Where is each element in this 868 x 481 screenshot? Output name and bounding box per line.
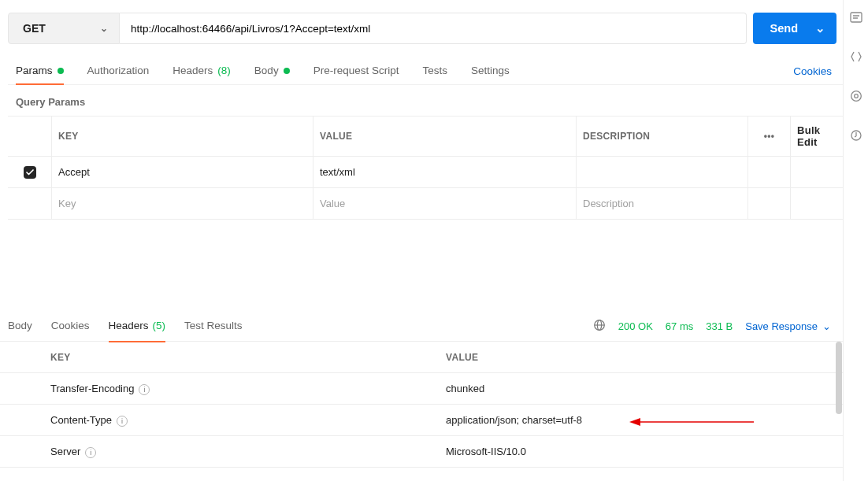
param-desc-input[interactable]: Description [577,188,748,219]
table-row-empty: Key Value Description [8,188,843,220]
col-key: KEY [52,117,313,156]
globe-icon[interactable] [593,319,606,334]
tab-headers[interactable]: Headers (8) [172,58,231,84]
response-tab-headers[interactable]: Headers (5) [109,312,166,342]
tab-tests[interactable]: Tests [422,58,447,84]
header-key-cell: Transfer-Encodingi [44,375,440,403]
svg-point-5 [851,91,862,102]
query-params-title: Query Params [8,85,843,116]
table-row: Content-Typei application/json; charset=… [0,405,844,436]
tab-authorization[interactable]: Authorization [87,58,150,84]
col-description: DESCRIPTION [577,117,748,156]
status-dot-icon [284,68,290,74]
scrollbar-thumb[interactable] [836,342,842,414]
query-params-table: KEY VALUE DESCRIPTION ••• Bulk Edit Acce… [8,116,843,220]
svg-point-6 [855,94,859,98]
info-icon[interactable]: i [117,416,128,427]
info-icon[interactable]: i [139,384,150,395]
svg-rect-4 [851,13,862,22]
table-row: Transfer-Encodingi chunked [0,373,844,405]
sidebar-icon[interactable] [849,89,863,106]
table-header-row: KEY VALUE DESCRIPTION ••• Bulk Edit [8,117,843,157]
chevron-down-icon[interactable]: ⌄ [815,22,825,35]
table-row: Accept text/xml [8,157,843,188]
header-key-cell: Content-Typei [44,406,440,435]
url-input[interactable] [120,13,747,44]
response-tab-cookies[interactable]: Cookies [51,312,90,342]
table-header-row: KEY VALUE [0,342,844,373]
status-code: 200 OK [618,320,653,332]
param-desc-cell[interactable] [577,157,748,187]
sidebar-icon[interactable] [849,128,863,146]
param-value-input[interactable]: Value [313,188,577,219]
status-time: 67 ms [666,320,693,332]
param-key-input[interactable]: Key [52,188,313,219]
header-value-cell: chunked [440,375,844,402]
sidebar-icon[interactable] [849,10,863,28]
method-label: GET [23,22,46,35]
col-value: VALUE [440,344,844,371]
info-icon[interactable]: i [85,447,96,458]
cookies-link[interactable]: Cookies [793,65,836,77]
sidebar-icon[interactable] [849,50,863,67]
header-value-cell: application/json; charset=utf-8 [440,406,844,434]
col-value: VALUE [313,117,577,156]
param-value-cell[interactable]: text/xml [313,157,577,187]
response-tab-testresults[interactable]: Test Results [184,312,243,342]
row-checkbox[interactable] [24,166,36,179]
send-label: Send [770,22,798,35]
send-button[interactable]: Send ⌄ [753,13,836,44]
save-response-button[interactable]: Save Response ⌄ [745,320,831,332]
status-size: 331 B [706,320,733,332]
param-key-cell[interactable]: Accept [52,157,313,187]
tab-prerequest[interactable]: Pre-request Script [313,58,399,84]
header-key-cell: Serveri [44,438,440,466]
tab-settings[interactable]: Settings [471,58,510,84]
chevron-down-icon: ⌄ [100,23,108,34]
response-tab-body[interactable]: Body [8,312,32,342]
response-headers-table: KEY VALUE Transfer-Encodingi chunked Con… [0,342,844,468]
table-row: Serveri Microsoft-IIS/10.0 [0,436,844,468]
bulk-edit-link[interactable]: Bulk Edit [791,117,843,156]
status-dot-icon [57,68,64,74]
chevron-down-icon: ⌄ [822,320,831,332]
header-value-cell: Microsoft-IIS/10.0 [440,438,844,465]
tab-params[interactable]: Params [16,58,64,84]
col-key: KEY [44,344,440,371]
tab-body[interactable]: Body [254,58,290,84]
http-method-select[interactable]: GET ⌄ [8,13,120,44]
more-options-icon[interactable]: ••• [748,117,791,156]
